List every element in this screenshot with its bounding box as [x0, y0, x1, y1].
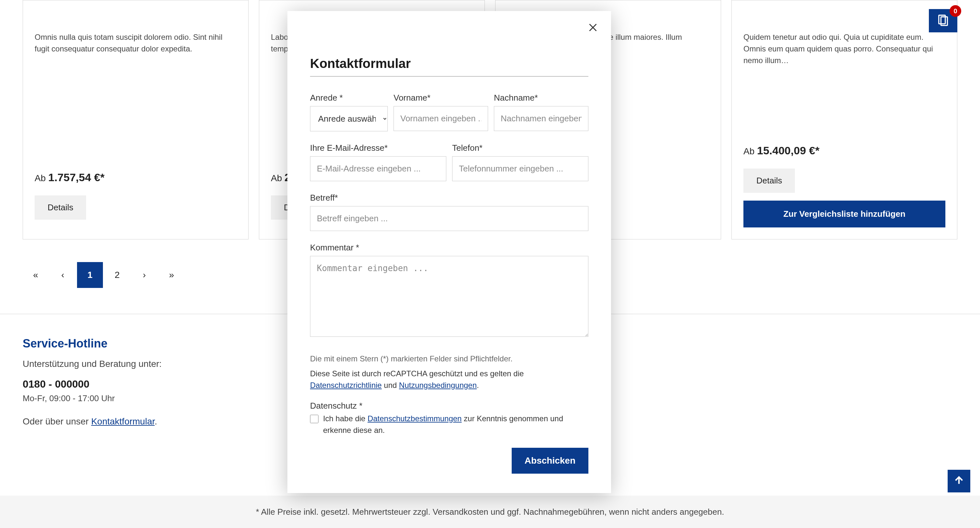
compare-count-badge: 0	[950, 5, 961, 17]
firstname-input[interactable]	[393, 106, 488, 131]
product-price: Ab 1.757,54 €*	[35, 171, 237, 184]
compare-widget[interactable]: 0	[929, 9, 957, 32]
privacy-consent-text: Ich habe die Datenschutzbestimmungen zur…	[323, 413, 589, 436]
scroll-to-top-button[interactable]	[948, 470, 970, 492]
subject-label: Betreff*	[310, 193, 589, 203]
product-card: Quidem tenetur aut odio qui. Quia ut cup…	[732, 0, 957, 239]
contact-form-link[interactable]: Kontaktformular	[91, 417, 155, 426]
privacy-policy-link[interactable]: Datenschutzrichtlinie	[310, 381, 382, 390]
compare-icon	[937, 14, 950, 28]
required-fields-note: Die mit einem Stern (*) markierten Felde…	[310, 354, 589, 363]
submit-button[interactable]: Abschicken	[512, 448, 589, 474]
contact-form-modal: Kontaktformular Anrede * Anrede auswähle…	[287, 11, 611, 493]
pagination-first[interactable]: «	[23, 262, 49, 288]
privacy-consent-checkbox[interactable]	[310, 414, 318, 424]
email-input[interactable]	[310, 156, 446, 181]
terms-of-use-link[interactable]: Nutzungsbedingungen	[399, 381, 477, 390]
lastname-label: Nachname*	[494, 93, 589, 103]
pagination-next[interactable]: ›	[131, 262, 157, 288]
privacy-terms-link[interactable]: Datenschutzbestimmungen	[368, 414, 462, 423]
pagination-prev[interactable]: ‹	[50, 262, 76, 288]
privacy-consent-row: Ich habe die Datenschutzbestimmungen zur…	[310, 413, 589, 436]
arrow-up-icon	[953, 475, 965, 488]
email-label: Ihre E-Mail-Adresse*	[310, 143, 446, 153]
pagination-last[interactable]: »	[159, 262, 185, 288]
pagination-page-1[interactable]: 1	[77, 262, 103, 288]
close-icon	[587, 29, 599, 34]
recaptcha-note: Diese Seite ist durch reCAPTCHA geschütz…	[310, 368, 589, 391]
salutation-label: Anrede *	[310, 93, 388, 103]
product-price: Ab 15.400,09 €*	[743, 144, 945, 157]
product-card: Omnis nulla quis totam suscipit dolorem …	[23, 0, 248, 239]
salutation-select[interactable]: Anrede auswählen ...	[310, 106, 388, 131]
divider	[310, 76, 589, 77]
modal-close-button[interactable]	[586, 21, 600, 35]
comment-textarea[interactable]	[310, 256, 589, 337]
add-to-compare-button[interactable]: Zur Vergleichsliste hinzufügen	[743, 200, 945, 227]
lastname-input[interactable]	[494, 106, 589, 131]
comment-label: Kommentar *	[310, 243, 589, 253]
product-description: Quidem tenetur aut odio qui. Quia ut cup…	[743, 31, 945, 66]
firstname-label: Vorname*	[393, 93, 488, 103]
legal-footer: * Alle Preise inkl. gesetzl. Mehrwertste…	[0, 496, 980, 528]
privacy-section-title: Datenschutz *	[310, 401, 589, 411]
phone-input[interactable]	[452, 156, 589, 181]
phone-label: Telefon*	[452, 143, 589, 153]
product-description: Omnis nulla quis totam suscipit dolorem …	[35, 31, 237, 55]
modal-title: Kontaktformular	[310, 56, 589, 71]
details-button[interactable]: Details	[743, 169, 795, 193]
details-button[interactable]: Details	[35, 196, 86, 219]
pagination-page-2[interactable]: 2	[104, 262, 130, 288]
subject-input[interactable]	[310, 206, 589, 231]
